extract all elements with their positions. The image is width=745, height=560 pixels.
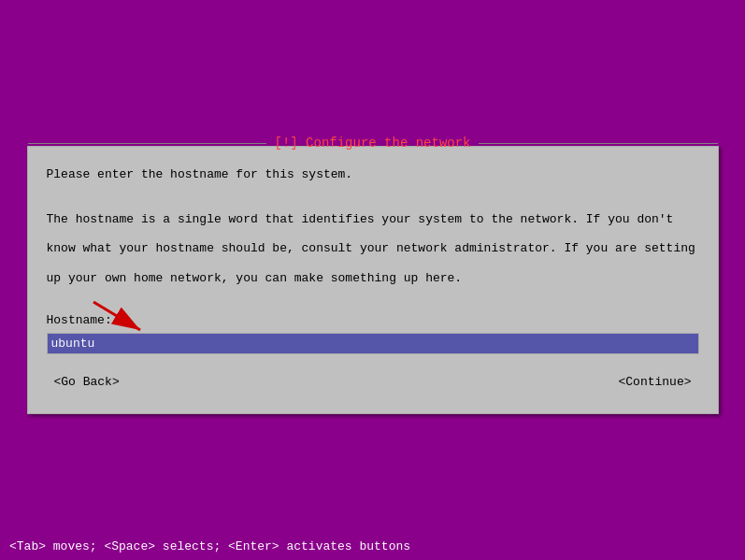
description-line1: Please enter the hostname for this syste… <box>47 165 699 184</box>
continue-button[interactable]: <Continue> <box>610 373 698 391</box>
title-line-right <box>479 143 718 144</box>
hostname-input-container <box>47 333 699 354</box>
description-line2: The hostname is a single word that ident… <box>47 210 699 229</box>
go-back-button[interactable]: <Go Back> <box>47 373 127 391</box>
dialog-content: Please enter the hostname for this syste… <box>28 151 718 413</box>
dialog-title: [!] Configure the network <box>266 136 478 151</box>
dialog-title-bar: [!] Configure the network <box>28 136 718 151</box>
hostname-input[interactable] <box>47 333 699 354</box>
title-line-left <box>28 143 267 144</box>
dialog-window: [!] Configure the network Please enter t… <box>27 146 719 414</box>
status-bar: <Tab> moves; <Space> selects; <Enter> ac… <box>0 532 745 560</box>
description-line3: know what your hostname should be, consu… <box>47 239 699 258</box>
hostname-label: Hostname: <box>47 313 699 327</box>
button-row: <Go Back> <Continue> <box>47 369 699 398</box>
status-text: <Tab> moves; <Space> selects; <Enter> ac… <box>9 539 410 553</box>
description-line4: up your own home network, you can make s… <box>47 269 699 288</box>
